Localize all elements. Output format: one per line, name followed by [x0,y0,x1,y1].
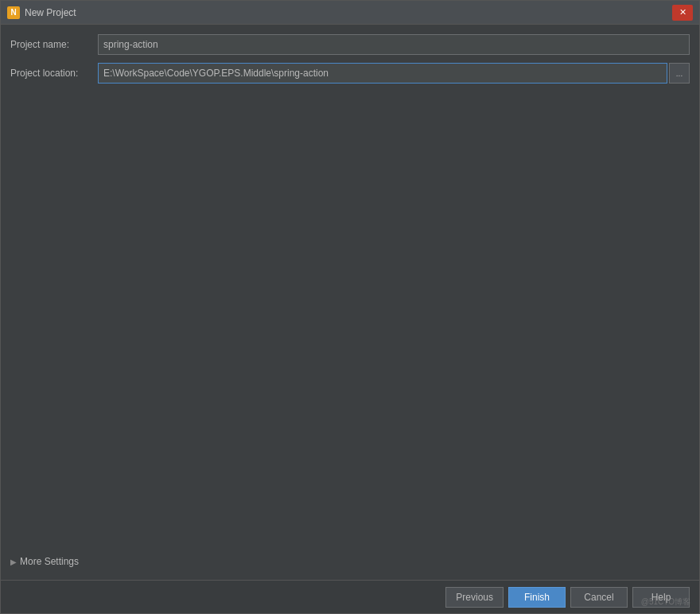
more-settings-arrow-icon: ▶ [10,558,17,566]
project-name-row: Project name: [10,34,690,55]
browse-button[interactable]: ... [669,63,690,84]
titlebar-controls: ✕ [672,5,693,21]
footer: ▶ More Settings Previous Finish Cancel H… [10,550,690,613]
button-bar: Previous Finish Cancel Help [1,580,699,613]
main-area [10,91,690,550]
close-button[interactable]: ✕ [672,5,693,21]
project-location-input[interactable] [98,63,667,84]
watermark: @51CTO博客 [641,597,690,608]
dialog-content: Project name: Project location: ... ▶ Mo… [1,25,699,613]
project-location-label: Project location: [10,68,98,79]
finish-button[interactable]: Finish [508,587,566,608]
more-settings-section[interactable]: ▶ More Settings [10,550,690,573]
project-location-row: Project location: ... [10,63,690,84]
titlebar-left: N New Project [7,6,76,19]
app-icon: N [7,6,20,19]
project-name-input[interactable] [98,34,690,55]
window-title: New Project [25,7,76,18]
previous-button[interactable]: Previous [445,587,504,608]
more-settings-label: More Settings [20,556,79,567]
new-project-dialog: N New Project ✕ Project name: Project lo… [0,0,700,614]
project-name-label: Project name: [10,39,98,50]
cancel-button[interactable]: Cancel [570,587,628,608]
titlebar: N New Project ✕ [1,1,699,25]
location-input-wrapper: ... [98,63,690,84]
